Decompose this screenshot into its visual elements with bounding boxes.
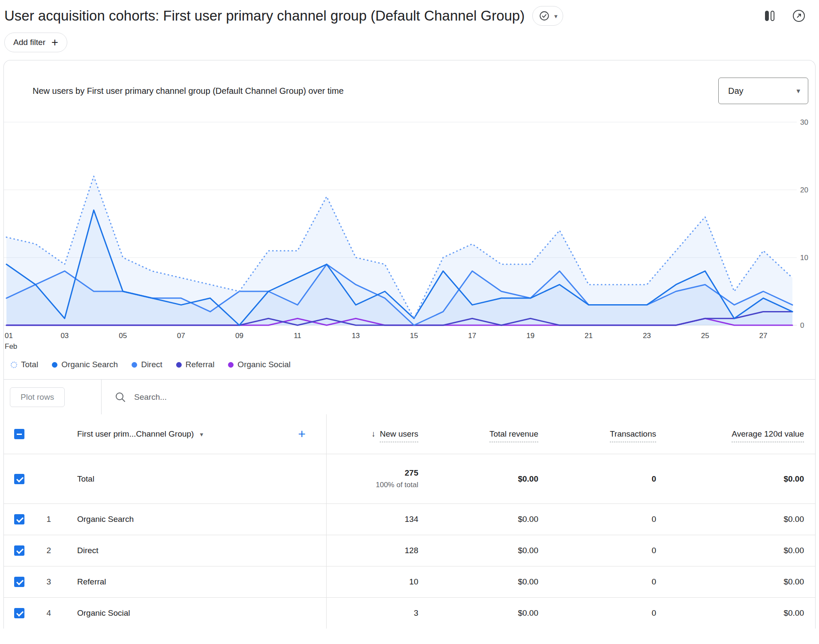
total-transactions-value: 0 xyxy=(549,474,667,484)
row-checkbox[interactable] xyxy=(14,577,24,587)
row-index: 2 xyxy=(32,546,60,555)
row-checkbox[interactable] xyxy=(14,608,24,618)
table-header-row: First user prim...Channel Group) ▾ + ↓Ne… xyxy=(4,414,815,454)
total-new-users: 275 xyxy=(405,468,418,477)
table-toolbar: Plot rows xyxy=(4,379,815,414)
new-users-line-chart: 010203001Feb03050709111315171921232527 xyxy=(4,115,814,352)
svg-text:30: 30 xyxy=(800,118,808,126)
svg-text:17: 17 xyxy=(468,332,476,340)
search-icon xyxy=(114,391,126,403)
svg-text:19: 19 xyxy=(526,332,534,340)
svg-text:15: 15 xyxy=(410,332,418,340)
chevron-down-icon: ▾ xyxy=(554,13,558,19)
legend-item-total: Total xyxy=(11,360,38,369)
legend-label: Organic Search xyxy=(61,360,118,369)
row-index: 3 xyxy=(32,577,60,587)
svg-text:Feb: Feb xyxy=(5,342,17,350)
legend-label: Total xyxy=(21,360,38,369)
row-checkbox[interactable] xyxy=(14,545,24,556)
table-row: 1 Organic Search 134 $0.00 0 $0.00 xyxy=(4,503,815,535)
insights-button[interactable] xyxy=(790,7,808,25)
column-header-average-120d-value[interactable]: Average 120d value xyxy=(667,429,815,439)
svg-text:09: 09 xyxy=(235,332,243,340)
granularity-value: Day xyxy=(728,86,744,96)
check-circle-icon xyxy=(539,10,550,21)
channel-name: Organic Search xyxy=(77,515,134,524)
transactions-value: 0 xyxy=(549,515,667,524)
search-input[interactable] xyxy=(134,392,391,402)
column-header-total-revenue[interactable]: Total revenue xyxy=(429,429,549,439)
total-avg-120d-value: $0.00 xyxy=(667,474,815,484)
transactions-value: 0 xyxy=(549,608,667,618)
total-new-users-pct: 100% of total xyxy=(327,481,418,489)
table-row: 4 Organic Social 3 $0.00 0 $0.00 xyxy=(4,597,815,629)
svg-text:0: 0 xyxy=(800,321,804,329)
referral-series-marker xyxy=(176,362,182,368)
page-title: User acquisition cohorts: First user pri… xyxy=(4,8,525,24)
chart-title: New users by First user primary channel … xyxy=(33,86,344,96)
total-revenue-value: $0.00 xyxy=(429,577,549,587)
channel-name: Referral xyxy=(77,577,106,587)
total-label: Total xyxy=(77,474,94,484)
channel-name: Direct xyxy=(77,546,99,555)
chevron-down-icon[interactable]: ▾ xyxy=(200,431,203,437)
total-revenue-value: $0.00 xyxy=(429,515,549,524)
legend-label: Organic Social xyxy=(237,360,291,369)
comparison-icon xyxy=(763,9,777,23)
svg-text:03: 03 xyxy=(60,332,69,340)
svg-text:01: 01 xyxy=(5,332,13,340)
row-index: 4 xyxy=(32,608,60,618)
row-index: 1 xyxy=(32,515,60,524)
chart-legend: Total Organic Search Direct Referral Org… xyxy=(4,352,815,372)
add-filter-button[interactable]: Add filter + xyxy=(4,33,67,52)
svg-text:10: 10 xyxy=(800,254,808,262)
table-total-row: Total 275 100% of total $0.00 0 $0.00 xyxy=(4,454,815,503)
dimension-header[interactable]: First user prim...Channel Group) xyxy=(77,429,194,439)
add-filter-label: Add filter xyxy=(13,38,45,47)
column-header-transactions[interactable]: Transactions xyxy=(549,429,667,439)
legend-label: Referral xyxy=(186,360,215,369)
legend-item-direct: Direct xyxy=(132,360,162,369)
avg-120d-value: $0.00 xyxy=(667,546,815,555)
total-series-marker xyxy=(11,362,17,368)
total-revenue-value: $0.00 xyxy=(429,474,549,484)
new-users-value: 134 xyxy=(327,515,429,524)
svg-text:13: 13 xyxy=(352,332,360,340)
plot-rows-button[interactable]: Plot rows xyxy=(10,387,65,407)
report-card: New users by First user primary channel … xyxy=(3,60,816,629)
legend-item-organic-social: Organic Social xyxy=(228,360,291,369)
svg-text:07: 07 xyxy=(177,332,185,340)
row-checkbox[interactable] xyxy=(14,474,24,484)
svg-text:20: 20 xyxy=(800,186,808,194)
svg-text:27: 27 xyxy=(759,332,768,340)
direct-series-marker xyxy=(132,362,137,368)
channel-name: Organic Social xyxy=(77,608,130,618)
sort-desc-icon: ↓ xyxy=(372,429,376,438)
granularity-select[interactable]: Day ▾ xyxy=(718,78,808,104)
legend-item-referral: Referral xyxy=(176,360,215,369)
insights-icon xyxy=(792,9,806,23)
transactions-value: 0 xyxy=(549,546,667,555)
svg-text:25: 25 xyxy=(701,332,709,340)
avg-120d-value: $0.00 xyxy=(667,577,815,587)
row-checkbox[interactable] xyxy=(14,514,24,524)
select-all-checkbox[interactable] xyxy=(14,429,24,439)
svg-text:11: 11 xyxy=(294,332,301,340)
organic-search-series-marker xyxy=(52,362,57,368)
column-header-new-users[interactable]: ↓New users xyxy=(327,429,429,439)
svg-text:23: 23 xyxy=(643,332,651,340)
svg-text:21: 21 xyxy=(585,332,593,340)
chevron-down-icon: ▾ xyxy=(796,87,800,95)
report-header: User acquisition cohorts: First user pri… xyxy=(0,0,819,60)
data-quality-badge[interactable]: ▾ xyxy=(532,6,563,26)
channels-table: First user prim...Channel Group) ▾ + ↓Ne… xyxy=(4,414,815,629)
new-users-value: 3 xyxy=(327,608,429,618)
table-row: 3 Referral 10 $0.00 0 $0.00 xyxy=(4,566,815,597)
legend-item-organic-search: Organic Search xyxy=(52,360,118,369)
avg-120d-value: $0.00 xyxy=(667,608,815,618)
new-users-value: 10 xyxy=(327,577,429,587)
new-users-value: 128 xyxy=(327,546,429,555)
transactions-value: 0 xyxy=(549,577,667,587)
comparison-button[interactable] xyxy=(761,7,779,25)
add-dimension-button[interactable]: + xyxy=(298,428,306,440)
